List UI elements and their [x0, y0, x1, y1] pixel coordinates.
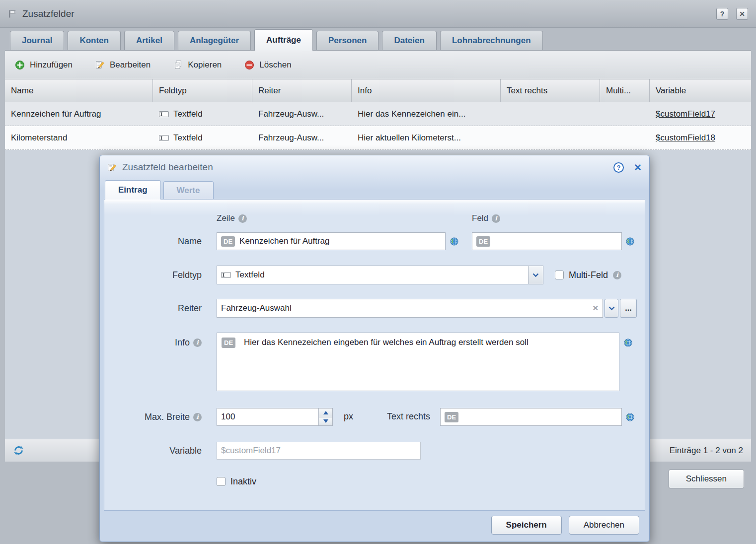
- zusatzfelder-flag-icon: [8, 9, 17, 18]
- tab-journal[interactable]: Journal: [10, 31, 64, 50]
- info-icon: [613, 271, 621, 279]
- cell-feldtyp: Textfeld: [153, 102, 252, 126]
- tab-eintrag[interactable]: Eintrag: [105, 180, 161, 200]
- feldtyp-combobox[interactable]: [217, 266, 543, 284]
- info-icon: [492, 214, 500, 223]
- info-label: Info: [104, 337, 202, 348]
- column-header-variable[interactable]: Variable: [650, 79, 751, 102]
- edit-button[interactable]: Bearbeiten: [95, 60, 151, 70]
- spinner-up-button[interactable]: [319, 408, 332, 417]
- reiter-more-button[interactable]: ...: [620, 299, 637, 318]
- name-input[interactable]: [239, 233, 441, 250]
- add-button[interactable]: Hinzufügen: [15, 60, 73, 70]
- cell-feldtyp-label: Textfeld: [173, 109, 203, 119]
- add-icon: [15, 60, 25, 70]
- language-badge: DE: [222, 338, 235, 348]
- tab-dateien[interactable]: Dateien: [382, 31, 436, 50]
- globe-icon: [626, 237, 634, 246]
- help-button[interactable]: ?: [716, 8, 728, 20]
- delete-button[interactable]: Löschen: [244, 60, 291, 70]
- chevron-down-icon: [323, 419, 328, 423]
- edit-pencil-icon: [107, 163, 117, 172]
- edit-button-label: Bearbeiten: [110, 60, 151, 70]
- feld-header: Feld: [472, 213, 500, 223]
- dialog-buttons: Speichern Abbrechen: [491, 516, 639, 535]
- multi-feld-checkbox[interactable]: [555, 271, 564, 279]
- variable-field: [217, 442, 421, 460]
- language-badge: DE: [221, 236, 235, 247]
- table-row[interactable]: Kennzeichen für Auftrag Textfeld Fahrzeu…: [5, 102, 751, 126]
- dialog-close-button[interactable]: ✕: [634, 162, 642, 173]
- save-button[interactable]: Speichern: [491, 516, 562, 535]
- spinner-down-button[interactable]: [319, 417, 332, 426]
- delete-icon: [244, 60, 254, 70]
- column-header-feldtyp[interactable]: Feldtyp: [153, 79, 252, 102]
- globe-icon: [626, 413, 634, 421]
- text-rechts-field: DE: [440, 408, 622, 426]
- zusatzfeld-bearbeiten-dialog: Zusatzfeld bearbeiten ? ✕ Eintrag Werte …: [99, 155, 650, 542]
- dialog-title: Zusatzfeld bearbeiten: [122, 162, 608, 173]
- text-rechts-label: Text rechts: [373, 411, 430, 422]
- feld-language-button[interactable]: [623, 232, 637, 250]
- textfeld-icon: [221, 272, 231, 278]
- column-header-info[interactable]: Info: [352, 79, 501, 102]
- name-field: DE: [217, 232, 446, 250]
- cell-info: Hier das Kennezeichen ein...: [352, 102, 501, 126]
- reiter-field: [217, 299, 603, 318]
- feldtyp-label: Feldtyp: [104, 266, 202, 284]
- text-rechts-language-button[interactable]: [623, 408, 637, 426]
- feld-input[interactable]: [495, 233, 617, 250]
- globe-icon: [624, 339, 632, 347]
- tab-auftraege[interactable]: Aufträge: [254, 29, 313, 51]
- feldtyp-input[interactable]: [235, 266, 524, 284]
- copy-button-label: Kopieren: [188, 60, 222, 70]
- tab-lohnabrechnungen[interactable]: Lohnabrechnungen: [440, 31, 543, 50]
- tab-personen[interactable]: Personen: [316, 31, 378, 50]
- tab-werte[interactable]: Werte: [163, 181, 214, 199]
- language-badge: DE: [445, 412, 458, 422]
- column-header-multi[interactable]: Multi...: [600, 79, 650, 102]
- tab-anlagegueter[interactable]: Anlagegüter: [178, 31, 251, 50]
- reiter-dropdown-button[interactable]: [605, 299, 618, 318]
- name-label: Name: [104, 232, 202, 250]
- table-row[interactable]: Kilometerstand Textfeld Fahrzeug-Ausw...…: [5, 126, 751, 150]
- dialog-tab-bar: Eintrag Werte: [100, 179, 649, 199]
- tab-konten[interactable]: Konten: [68, 31, 121, 50]
- variable-label: Variable: [104, 442, 202, 460]
- cell-text-rechts: [501, 102, 600, 126]
- copy-button[interactable]: Kopieren: [173, 60, 222, 70]
- feld-label: Feld: [472, 213, 488, 223]
- inaktiv-group: Inaktiv: [217, 476, 256, 487]
- column-header-reiter[interactable]: Reiter: [252, 79, 352, 102]
- max-breite-label: Max. Breite: [104, 408, 202, 426]
- clear-icon[interactable]: [592, 304, 599, 313]
- cell-variable: $customField18: [650, 126, 751, 149]
- refresh-button[interactable]: [13, 445, 24, 456]
- cancel-button[interactable]: Abbrechen: [569, 516, 639, 535]
- dialog-form-panel: Zeile Feld Name DE DE Feldtyp: [104, 199, 645, 511]
- column-header-text-rechts[interactable]: Text rechts: [501, 79, 600, 102]
- name-language-button[interactable]: [447, 232, 461, 250]
- info-language-button[interactable]: [621, 334, 635, 351]
- column-header-name[interactable]: Name: [5, 79, 153, 102]
- feldtyp-dropdown-button[interactable]: [528, 266, 543, 284]
- multi-feld-group: Multi-Feld: [555, 266, 621, 284]
- info-textarea[interactable]: Hier das Kennezeichen eingeben für welch…: [217, 333, 619, 391]
- dialog-help-button[interactable]: ?: [613, 162, 624, 173]
- edit-pencil-icon: [95, 60, 105, 69]
- max-breite-input[interactable]: [221, 408, 314, 425]
- tab-artikel[interactable]: Artikel: [124, 31, 174, 50]
- text-rechts-input[interactable]: [463, 408, 617, 425]
- cell-reiter: Fahrzeug-Ausw...: [252, 126, 352, 149]
- reiter-label: Reiter: [104, 299, 202, 318]
- cell-info: Hier aktuellen Kilometerst...: [352, 126, 501, 149]
- close-window-button[interactable]: ✕: [736, 8, 748, 20]
- schliessen-button[interactable]: Schliessen: [669, 470, 744, 488]
- reiter-input[interactable]: [221, 299, 588, 317]
- inaktiv-checkbox[interactable]: [217, 477, 226, 486]
- window-title: Zusatzfelder: [22, 8, 708, 19]
- info-icon: [238, 214, 247, 223]
- dialog-titlebar: Zusatzfeld bearbeiten ? ✕: [100, 155, 649, 179]
- max-breite-spinner: [318, 408, 332, 425]
- chevron-up-icon: [323, 411, 328, 414]
